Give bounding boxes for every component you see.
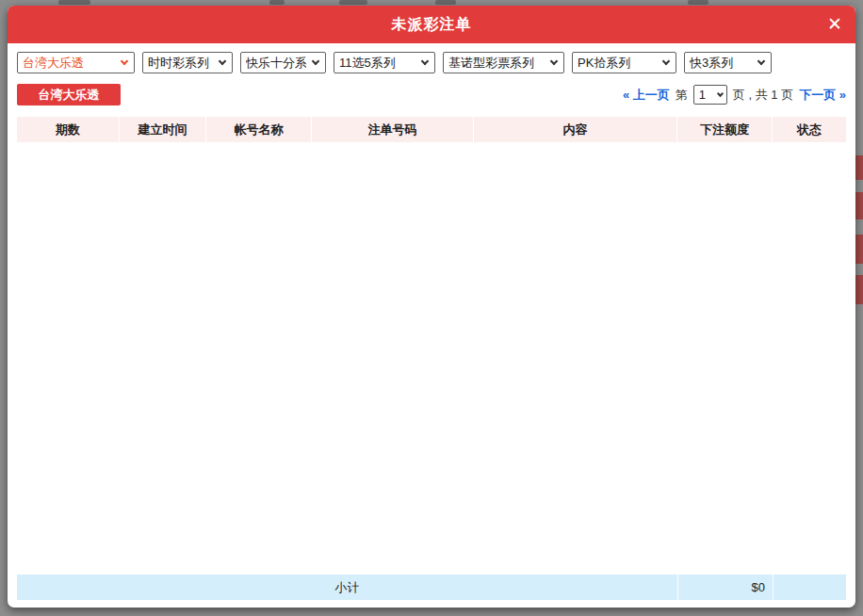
background-text-fragment [269, 0, 285, 5]
subtotal-amount: $0 [677, 575, 773, 600]
table-header-row: 期数 建立时间 帐号名称 注单号码 内容 下注额度 状态 [17, 117, 846, 142]
next-page-link[interactable]: 下一页 » [799, 87, 846, 104]
column-header-account-name: 帐号名称 [206, 117, 312, 142]
background-text-fragment [435, 0, 456, 5]
table-footer-row: 小计 $0 [17, 575, 846, 600]
modal-body: 台湾大乐透 时时彩系列 快乐十分系列 11选5系列 基诺型彩票系列 PK拾系列 [8, 43, 855, 608]
page-count-label: 页 , 共 1 页 [733, 87, 793, 104]
page-prefix-label: 第 [676, 87, 688, 104]
unsettled-bets-modal: 未派彩注单 ✕ 台湾大乐透 时时彩系列 快乐十分系列 11选5系列 基诺型彩票系… [8, 6, 855, 608]
column-header-content: 内容 [474, 117, 677, 142]
lottery-series-filter-row: 台湾大乐透 时时彩系列 快乐十分系列 11选5系列 基诺型彩票系列 PK拾系列 [17, 52, 846, 73]
page-select[interactable]: 1 [693, 85, 727, 105]
select-ssc-series[interactable]: 时时彩系列 [142, 52, 233, 73]
select-11x5-series[interactable]: 11选5系列 [334, 52, 435, 73]
column-header-bet-amount: 下注额度 [677, 117, 773, 142]
table-body-empty [17, 142, 846, 575]
background-text-fragment [58, 0, 90, 5]
select-pk10-series[interactable]: PK拾系列 [572, 52, 676, 73]
column-header-bet-number: 注单号码 [312, 117, 474, 142]
background-text-fragment [339, 0, 367, 5]
select-keno-series[interactable]: 基诺型彩票系列 [443, 52, 564, 73]
column-header-period: 期数 [17, 117, 120, 142]
subtotal-status-cell [773, 575, 846, 600]
subtotal-label: 小计 [17, 575, 677, 600]
prev-page-link[interactable]: « 上一页 [623, 87, 670, 104]
active-lottery-button[interactable]: 台湾大乐透 [17, 84, 121, 105]
modal-header: 未派彩注单 ✕ [8, 6, 855, 43]
toolbar-row: 台湾大乐透 « 上一页 第 1 页 , 共 1 页 下一页 » [17, 84, 846, 105]
pagination: « 上一页 第 1 页 , 共 1 页 下一页 » [623, 85, 846, 105]
close-icon[interactable]: ✕ [827, 13, 842, 36]
select-klsf-series[interactable]: 快乐十分系列 [240, 52, 326, 73]
column-header-created-time: 建立时间 [120, 117, 206, 142]
column-header-status: 状态 [773, 117, 846, 142]
select-taiwan-lotto[interactable]: 台湾大乐透 [17, 52, 135, 73]
modal-title: 未派彩注单 [392, 15, 472, 35]
background-text-fragment [688, 0, 708, 5]
select-k3-series[interactable]: 快3系列 [684, 52, 772, 73]
